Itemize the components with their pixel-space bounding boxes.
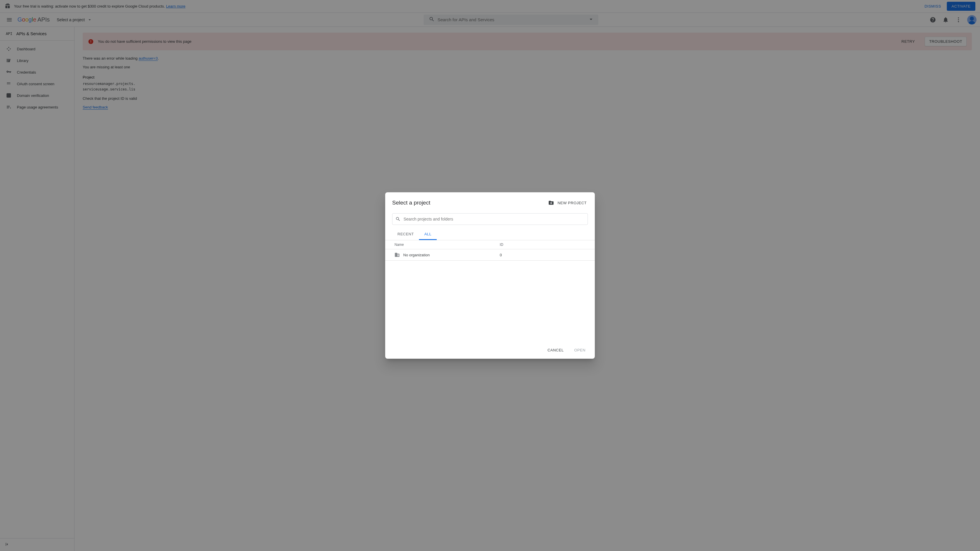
column-header-name: Name <box>392 243 500 247</box>
organization-icon <box>395 252 400 257</box>
organization-row[interactable]: No organization 0 <box>385 249 595 260</box>
new-project-label: NEW PROJECT <box>558 201 587 205</box>
tab-recent[interactable]: RECENT <box>392 229 419 240</box>
select-project-modal: Select a project NEW PROJECT RECENT ALL … <box>385 192 595 359</box>
new-folder-icon <box>548 200 554 206</box>
modal-search-input[interactable] <box>404 217 585 221</box>
new-project-button[interactable]: NEW PROJECT <box>547 198 588 207</box>
modal-tabs: RECENT ALL <box>385 229 595 240</box>
org-row-id: 0 <box>500 253 502 257</box>
cancel-button[interactable]: CANCEL <box>543 345 568 355</box>
modal-table-header: Name ID <box>385 240 595 249</box>
modal-title: Select a project <box>392 200 544 206</box>
tab-all[interactable]: ALL <box>419 229 437 240</box>
open-button[interactable]: OPEN <box>570 345 590 355</box>
column-header-id: ID <box>500 243 588 247</box>
modal-search-box[interactable] <box>392 213 588 225</box>
search-icon <box>395 216 401 222</box>
org-row-name: No organization <box>403 253 430 257</box>
